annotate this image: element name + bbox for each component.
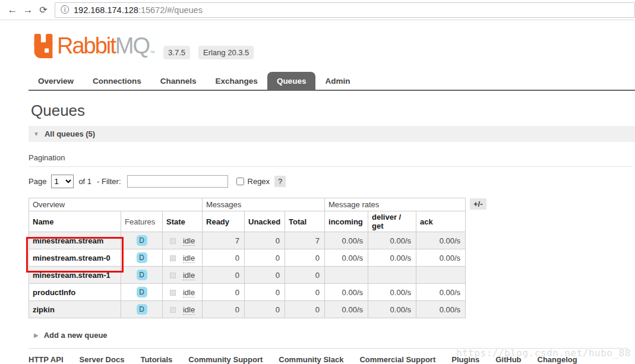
- incoming-cell: [325, 267, 368, 284]
- col-unacked[interactable]: Unacked: [245, 211, 285, 232]
- browser-toolbar: ← → ⟳ ⓘ 192.168.174.128:15672/#/queues: [0, 0, 635, 20]
- state-indicator-icon: [170, 273, 176, 278]
- footer-link-community-slack[interactable]: Community Slack: [279, 355, 343, 364]
- ready-cell: 0: [203, 249, 245, 267]
- durable-badge: D: [137, 287, 147, 297]
- footer-link-server-docs[interactable]: Server Docs: [80, 355, 125, 364]
- total-cell: 0: [285, 249, 325, 267]
- tab-queues[interactable]: Queues: [267, 72, 316, 90]
- all-queues-label: All queues (5): [45, 129, 95, 138]
- tab-channels[interactable]: Channels: [151, 72, 206, 90]
- durable-badge: D: [137, 304, 147, 315]
- forward-icon[interactable]: →: [20, 4, 36, 16]
- state-cell: idle: [163, 284, 203, 301]
- queue-name-link[interactable]: zipkin: [29, 301, 121, 318]
- features-cell: D: [121, 249, 163, 267]
- tab-connections[interactable]: Connections: [83, 72, 151, 90]
- tab-admin[interactable]: Admin: [315, 72, 359, 90]
- features-cell: D: [121, 301, 163, 318]
- state-indicator-icon: [170, 255, 176, 261]
- footer-link-commercial-support[interactable]: Commercial Support: [359, 355, 435, 364]
- table-row: minestream.stream-0 D idle 0 0 0 0.00/s …: [29, 249, 466, 267]
- regex-checkbox[interactable]: [236, 178, 244, 185]
- table-row: productInfo D idle 0 0 0 0.00/s 0.00/s 0…: [29, 284, 466, 301]
- durable-badge: D: [137, 270, 147, 280]
- trademark: ™: [150, 50, 155, 56]
- state-cell: idle: [163, 232, 203, 249]
- incoming-cell: 0.00/s: [325, 284, 368, 301]
- ready-cell: 0: [203, 284, 245, 301]
- back-icon[interactable]: ←: [5, 4, 20, 16]
- col-incoming[interactable]: incoming: [325, 211, 368, 232]
- unacked-cell: 0: [245, 232, 285, 249]
- deliver-get-cell: 0.00/s: [368, 284, 416, 301]
- table-row: zipkin D idle 0 0 0 0.00/s 0.00/s 0.00/s: [29, 301, 466, 318]
- state-cell: idle: [163, 267, 203, 284]
- column-toggle-button[interactable]: +/-: [470, 198, 486, 210]
- watermark: https://blog.csdn.net/hubo_88: [456, 347, 631, 359]
- ack-cell: 0.00/s: [416, 249, 466, 267]
- col-state[interactable]: State: [163, 211, 203, 232]
- add-queue-label: Add a new queue: [44, 331, 108, 340]
- page-content: RabbitMQ™ 3.7.5 Erlang 20.3.5 Overview C…: [0, 33, 635, 364]
- brand-primary: Rabbit: [57, 33, 115, 58]
- col-ack[interactable]: ack: [416, 211, 466, 232]
- tab-exchanges[interactable]: Exchanges: [206, 72, 267, 90]
- col-name[interactable]: Name: [29, 211, 121, 232]
- filter-input[interactable]: [127, 175, 228, 188]
- deliver-get-cell: 0.00/s: [368, 249, 416, 267]
- total-cell: 0: [285, 267, 325, 284]
- deliver-get-cell: 0.00/s: [368, 232, 416, 249]
- regex-help-button[interactable]: ?: [274, 176, 286, 187]
- unacked-cell: 0: [245, 267, 285, 284]
- ack-cell: 0.00/s: [416, 232, 466, 249]
- queues-table: Overview Messages Message rates Name Fea…: [29, 198, 466, 318]
- page-select[interactable]: 1: [51, 175, 74, 188]
- all-queues-section-header[interactable]: ▼ All queues (5): [29, 126, 635, 142]
- table-column-header-row: Name Features State Ready Unacked Total …: [29, 211, 466, 232]
- table-row: minestream.stream D idle 7 0 7 0.00/s 0.…: [29, 232, 466, 249]
- of-pages-label: of 1: [78, 177, 91, 186]
- footer-link-http-api[interactable]: HTTP API: [29, 355, 64, 364]
- queue-name-link[interactable]: minestream.stream: [29, 232, 121, 249]
- group-message-rates: Message rates: [325, 198, 466, 211]
- ack-cell: 0.00/s: [416, 301, 466, 318]
- footer-link-community-support[interactable]: Community Support: [188, 355, 263, 364]
- footer-link-tutorials[interactable]: Tutorials: [140, 355, 172, 364]
- queue-name-link[interactable]: productInfo: [29, 284, 121, 301]
- brand-secondary: MQ: [115, 33, 149, 58]
- durable-badge: D: [137, 252, 147, 263]
- queue-name-link[interactable]: minestream.stream-0: [29, 249, 121, 267]
- state-indicator-icon: [170, 238, 176, 244]
- total-cell: 7: [285, 232, 325, 249]
- nav-tabs: Overview Connections Channels Exchanges …: [29, 72, 635, 91]
- features-cell: D: [121, 232, 163, 249]
- unacked-cell: 0: [245, 284, 285, 301]
- col-ready[interactable]: Ready: [203, 211, 245, 232]
- tab-overview[interactable]: Overview: [29, 72, 83, 90]
- url-host: 192.168.174.128: [74, 5, 138, 15]
- filter-label: - Filter:: [97, 177, 121, 186]
- info-icon[interactable]: ⓘ: [61, 5, 69, 15]
- group-overview: Overview: [29, 198, 203, 211]
- address-bar[interactable]: ⓘ 192.168.174.128:15672/#/queues: [55, 2, 635, 18]
- queue-name-link[interactable]: minestream.stream-1: [29, 267, 121, 284]
- erlang-version-badge: Erlang 20.3.5: [198, 46, 254, 59]
- table-group-header-row: Overview Messages Message rates: [29, 198, 466, 211]
- features-cell: D: [121, 284, 163, 301]
- rabbitmq-logo-icon: [32, 34, 55, 61]
- incoming-cell: 0.00/s: [325, 249, 368, 267]
- reload-icon[interactable]: ⟳: [36, 4, 51, 15]
- page-label: Page: [29, 177, 46, 186]
- col-deliver-get[interactable]: deliver / get: [368, 211, 416, 232]
- regex-label: Regex: [248, 177, 270, 186]
- add-queue-section-header[interactable]: ▶ Add a new queue: [29, 331, 635, 340]
- rabbitmq-wordmark[interactable]: RabbitMQ™: [57, 33, 155, 66]
- table-row: minestream.stream-1 D idle 0 0 0: [29, 267, 466, 284]
- features-cell: D: [121, 267, 163, 284]
- durable-badge: D: [137, 235, 147, 246]
- version-badge: 3.7.5: [163, 46, 190, 59]
- chevron-down-icon: ▼: [33, 131, 39, 137]
- col-total[interactable]: Total: [285, 211, 325, 232]
- incoming-cell: 0.00/s: [325, 301, 368, 318]
